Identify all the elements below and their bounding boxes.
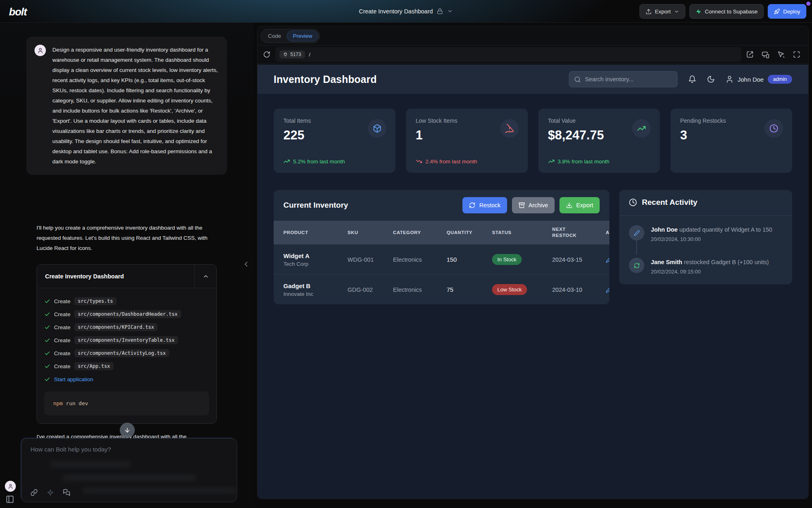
tab-preview[interactable]: Preview (287, 30, 318, 41)
chat-panel: Design a responsive and user-friendly in… (0, 23, 254, 508)
plug-icon (283, 52, 288, 57)
col-sku: SKU (348, 230, 393, 235)
cell-sku: WDG-001 (348, 256, 393, 263)
inventory-search-input[interactable] (585, 76, 666, 82)
archive-button[interactable]: Archive (512, 197, 555, 213)
preview-address-bar: 5173 / (257, 45, 808, 64)
trending-up-icon (637, 124, 646, 133)
edit-row-button[interactable] (606, 287, 609, 293)
bolt-logo[interactable]: bolt (9, 6, 27, 18)
clock-icon (629, 198, 637, 206)
account-avatar[interactable] (5, 481, 16, 492)
url-path: / (309, 52, 311, 58)
restock-button[interactable]: Restock (462, 197, 507, 213)
fullscreen-icon[interactable] (793, 51, 800, 58)
scroll-to-bottom-button[interactable] (120, 423, 135, 438)
url-bar[interactable]: 5173 / (275, 47, 741, 62)
start-application-link[interactable]: Start application (54, 376, 93, 382)
notifications-button[interactable] (688, 75, 696, 83)
edit-row-button[interactable] (606, 256, 609, 263)
open-in-new-tab-icon[interactable] (746, 51, 754, 58)
user-icon (726, 75, 734, 83)
col-product: Product (283, 230, 348, 235)
user-avatar (35, 45, 46, 56)
cell-quantity[interactable]: 150 (447, 256, 492, 263)
chevron-up-icon (203, 273, 209, 280)
step-action: Create (54, 337, 71, 343)
command-name: npm (53, 400, 63, 406)
chat-input-box[interactable] (21, 438, 237, 502)
activity-item: John Doe updated quantity of Widget A to… (629, 225, 782, 242)
product-supplier: Innovate Inc (283, 291, 348, 297)
col-next-restock: Next Restock (552, 226, 583, 239)
col-quantity: Quantity (447, 230, 492, 235)
trending-up-icon (548, 158, 555, 165)
deploy-label: Deploy (783, 9, 800, 15)
moon-icon (707, 75, 715, 83)
cell-quantity[interactable]: 75 (447, 286, 492, 293)
sidebar-toggle-button[interactable] (6, 495, 14, 504)
tab-code[interactable]: Code (262, 31, 287, 41)
cell-sku: GDG-002 (348, 287, 393, 293)
enhance-prompt-sparkles-icon[interactable] (47, 489, 54, 496)
download-icon (566, 202, 572, 208)
cell-next-restock: 2024-03-10 (552, 287, 606, 293)
chevron-down-icon (674, 9, 679, 14)
check-icon (44, 324, 50, 330)
attach-link-icon[interactable] (30, 489, 38, 496)
step-action: Create (54, 311, 71, 317)
collapse-chat-button[interactable] (242, 260, 250, 268)
port-number: 5173 (290, 52, 301, 57)
step-file[interactable]: src/components/ActivityLog.tsx (74, 349, 170, 357)
step-action: Create (54, 350, 71, 356)
arrow-down-icon (124, 427, 131, 434)
step-file[interactable]: src/components/InventoryTable.tsx (74, 336, 178, 344)
step-file[interactable]: src/components/DashboardHeader.tsx (74, 310, 181, 318)
dark-mode-toggle[interactable] (707, 75, 715, 83)
table-row: Widget A Tech Corp WDG-001 Electronics 1… (274, 244, 609, 274)
kpi-trend-text: 5.2% from last month (293, 158, 345, 165)
product-name: Widget A (283, 252, 348, 259)
user-menu[interactable]: John Doe admin (726, 75, 792, 84)
artifact-collapse-button[interactable] (194, 265, 216, 288)
export-icon (646, 9, 652, 15)
inventory-search-box[interactable] (569, 71, 678, 87)
project-title-menu[interactable]: Create Inventory Dashboard (359, 8, 453, 15)
col-category: Category (393, 230, 447, 235)
workbench-panel: Code Preview 5173 / Inventory Dashboard (257, 26, 809, 499)
deploy-button[interactable]: Deploy (768, 4, 806, 19)
step-file[interactable]: src/components/KPICard.tsx (74, 323, 158, 331)
refresh-icon (469, 202, 475, 208)
cell-category: Electronics (393, 287, 447, 293)
redacted-content (62, 474, 196, 482)
archive-label: Archive (529, 202, 548, 208)
redacted-content (82, 487, 237, 494)
artifact-title: Create Inventory Dashboard (37, 273, 194, 280)
current-inventory-card: Current Inventory Restock Archive (274, 190, 609, 304)
step-file[interactable]: src/types.ts (74, 297, 117, 305)
step-action: Create (54, 324, 71, 330)
pencil-icon (634, 230, 640, 236)
discuss-mode-icon[interactable] (63, 489, 70, 496)
archive-icon (518, 202, 525, 208)
step-file[interactable]: src/App.tsx (74, 362, 114, 370)
check-icon (44, 363, 50, 369)
artifact-step: Create src/App.tsx (44, 360, 209, 373)
artifact-step: Create src/components/ActivityLog.tsx (44, 347, 209, 360)
artifact-step: Create src/components/KPICard.tsx (44, 321, 209, 334)
inspector-pointer-icon[interactable] (777, 51, 785, 58)
reload-button[interactable] (263, 51, 270, 58)
preview-frame: Inventory Dashboard John Doe admin (257, 65, 808, 499)
supabase-zap-icon (695, 9, 702, 15)
export-button[interactable]: Export (639, 4, 685, 19)
port-badge[interactable]: 5173 (279, 50, 305, 59)
person-icon (37, 48, 43, 54)
responsive-devices-icon[interactable] (762, 51, 769, 59)
export-table-button[interactable]: Export (559, 197, 600, 213)
notification-dot (806, 2, 810, 6)
status-badge: Low Stock (492, 284, 527, 295)
activity-text: updated quantity of Widget A to 150 (678, 226, 772, 233)
connect-supabase-button[interactable]: Connect to Supabase (689, 4, 764, 19)
artifact-step: Create src/components/DashboardHeader.ts… (44, 308, 209, 321)
user-message: Design a responsive and user-friendly in… (26, 37, 227, 175)
